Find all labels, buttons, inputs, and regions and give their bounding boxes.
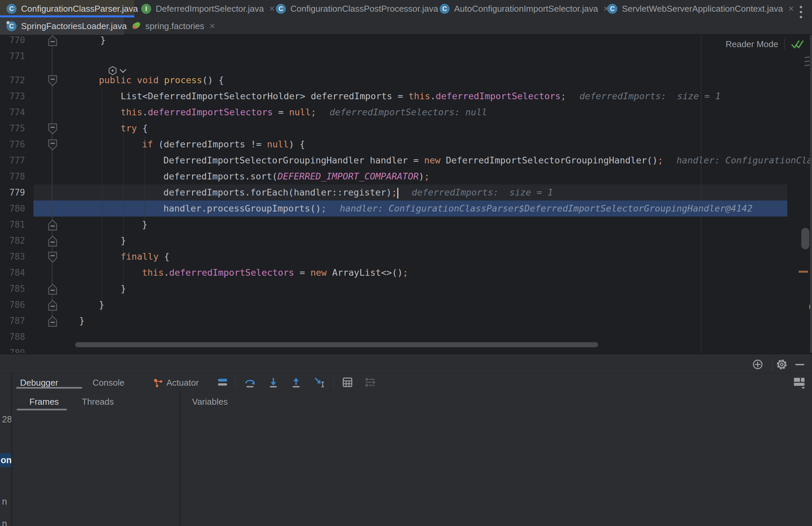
editor-tab[interactable]: CConfigurationClassParser.java× bbox=[0, 0, 135, 17]
debugger-inline-hint: deferredImports: size = 1 bbox=[412, 187, 553, 198]
code-line[interactable]: 782} bbox=[0, 233, 812, 249]
line-number[interactable]: 778 bbox=[0, 169, 25, 185]
tab-debugger[interactable]: Debugger bbox=[20, 378, 58, 388]
line-number[interactable]: 779 bbox=[0, 185, 25, 201]
reader-mode-widget[interactable]: Reader Mode bbox=[725, 37, 804, 52]
fold-marker-icon[interactable] bbox=[47, 219, 58, 232]
line-number[interactable]: 773 bbox=[0, 88, 25, 104]
editor-tab[interactable]: IDeferredImportSelector.java× bbox=[135, 0, 269, 17]
background-window-text: on bbox=[0, 453, 12, 467]
vertical-scrollbar[interactable] bbox=[801, 228, 809, 249]
tab-label: ConfigurationClassParser.java bbox=[21, 4, 138, 14]
line-number[interactable]: 783 bbox=[0, 249, 25, 265]
tab-label: spring.factories bbox=[145, 21, 204, 31]
code-line[interactable]: 771 bbox=[0, 48, 812, 64]
stripe-mark-orange bbox=[799, 271, 808, 273]
svg-text:I: I bbox=[145, 5, 147, 12]
line-number[interactable]: 787 bbox=[0, 313, 25, 329]
code-line[interactable]: 786} bbox=[0, 297, 812, 313]
line-number[interactable]: 776 bbox=[0, 136, 25, 152]
tab-frames[interactable]: Frames bbox=[29, 397, 59, 407]
editor-tab[interactable]: CSpringFactoriesLoader.java× bbox=[0, 17, 124, 35]
tab-threads[interactable]: Threads bbox=[82, 397, 114, 407]
code-line[interactable]: 784this.deferredImportSelectors = new Ar… bbox=[0, 265, 812, 281]
horizontal-scrollbar[interactable] bbox=[75, 342, 598, 347]
target-icon[interactable] bbox=[752, 359, 763, 370]
background-window-strip: 280onnn bbox=[0, 374, 12, 526]
fold-marker-icon[interactable] bbox=[47, 122, 58, 135]
show-execution-point-icon[interactable] bbox=[217, 376, 229, 388]
code-line[interactable]: 779deferredImports.forEach(handler::regi… bbox=[0, 185, 812, 201]
fold-marker-icon[interactable] bbox=[47, 299, 58, 312]
step-into-icon[interactable] bbox=[267, 376, 279, 388]
step-over-icon[interactable] bbox=[244, 376, 256, 388]
debug-toolbar: Debugger Console Actuator bbox=[0, 374, 812, 392]
evaluate-expression-icon[interactable] bbox=[342, 376, 353, 388]
code-line[interactable]: 780handler.processGroupImports();handler… bbox=[0, 201, 812, 217]
background-window-text: n bbox=[0, 518, 12, 526]
code-line[interactable]: 785} bbox=[0, 281, 812, 297]
code-editor[interactable]: 770}771772public void process() {773List… bbox=[0, 35, 812, 353]
editor-tab[interactable]: CAutoConfigurationImportSelector.java× bbox=[433, 0, 601, 17]
line-number[interactable]: 780 bbox=[0, 201, 25, 217]
minimize-icon[interactable] bbox=[794, 363, 805, 366]
frames-underline bbox=[17, 409, 67, 410]
fold-marker-icon[interactable] bbox=[47, 251, 58, 264]
text-caret bbox=[397, 188, 398, 199]
line-number[interactable]: 786 bbox=[0, 297, 25, 313]
window-edge bbox=[810, 35, 812, 353]
line-number[interactable]: 770 bbox=[0, 35, 25, 48]
layout-settings-icon[interactable] bbox=[793, 376, 806, 389]
class-file-icon: C bbox=[439, 3, 450, 14]
tab-label: ServletWebServerApplicationContext.java bbox=[622, 4, 783, 14]
line-number[interactable]: 777 bbox=[0, 152, 25, 169]
actuator-icon bbox=[152, 377, 164, 389]
fold-marker-icon[interactable] bbox=[47, 138, 58, 151]
more-vertical-icon[interactable] bbox=[796, 4, 806, 20]
reader-mode-label[interactable]: Reader Mode bbox=[725, 39, 778, 49]
debugger-inline-hint: handler: ConfigurationClassParser$Deferr… bbox=[340, 203, 753, 214]
svg-text:C: C bbox=[442, 5, 447, 12]
step-out-icon[interactable] bbox=[290, 376, 302, 388]
code-line[interactable]: 777DeferredImportSelectorGroupingHandler… bbox=[0, 152, 812, 169]
fold-marker-icon[interactable] bbox=[47, 74, 58, 87]
panel-divider[interactable] bbox=[180, 392, 180, 526]
line-number[interactable]: 789 bbox=[0, 345, 25, 353]
tab-console[interactable]: Console bbox=[92, 378, 124, 388]
line-number[interactable]: 781 bbox=[0, 217, 25, 233]
fold-marker-icon[interactable] bbox=[47, 283, 58, 296]
close-icon[interactable]: × bbox=[209, 21, 215, 31]
line-number[interactable]: 782 bbox=[0, 233, 25, 249]
code-line[interactable]: 783finally { bbox=[0, 249, 812, 265]
run-to-cursor-icon[interactable] bbox=[314, 376, 325, 388]
tab-label: SpringFactoriesLoader.java bbox=[21, 21, 127, 31]
editor-tab[interactable]: CConfigurationClassPostProcessor.java× bbox=[269, 0, 433, 17]
fold-marker-icon[interactable] bbox=[47, 315, 58, 328]
line-number[interactable]: 775 bbox=[0, 120, 25, 136]
code-text: public void process() { bbox=[99, 72, 224, 88]
editor-tab[interactable]: CServletWebServerApplicationContext.java… bbox=[601, 0, 777, 17]
line-number[interactable]: 771 bbox=[0, 48, 25, 64]
close-icon[interactable]: × bbox=[788, 3, 794, 14]
inspections-ok-icon[interactable] bbox=[791, 38, 804, 50]
code-line[interactable]: 776if (deferredImports != null) { bbox=[0, 136, 812, 152]
mute-breakpoints-icon[interactable] bbox=[364, 376, 376, 388]
code-line[interactable]: 787} bbox=[0, 313, 812, 329]
code-line[interactable]: 770} bbox=[0, 35, 812, 48]
line-number[interactable]: 774 bbox=[0, 104, 25, 120]
code-line[interactable]: 781} bbox=[0, 217, 812, 233]
tab-actuator[interactable]: Actuator bbox=[166, 378, 199, 388]
line-number[interactable]: 772 bbox=[0, 72, 25, 88]
code-line[interactable]: 778deferredImports.sort(DEFERRED_IMPORT_… bbox=[0, 169, 812, 185]
line-number[interactable]: 788 bbox=[0, 329, 25, 345]
gear-icon[interactable] bbox=[776, 359, 787, 370]
editor-tab[interactable]: *spring.factories× bbox=[124, 17, 214, 35]
code-line[interactable]: 772public void process() { bbox=[0, 72, 812, 88]
line-number[interactable]: 785 bbox=[0, 281, 25, 297]
line-number[interactable]: 784 bbox=[0, 265, 25, 281]
code-line[interactable]: 774this.deferredImportSelectors = null;d… bbox=[0, 104, 812, 120]
fold-marker-icon[interactable] bbox=[47, 35, 58, 47]
fold-marker-icon[interactable] bbox=[47, 235, 58, 248]
code-line[interactable]: 773List<DeferredImportSelectorHolder> de… bbox=[0, 88, 812, 104]
code-line[interactable]: 775try { bbox=[0, 120, 812, 136]
